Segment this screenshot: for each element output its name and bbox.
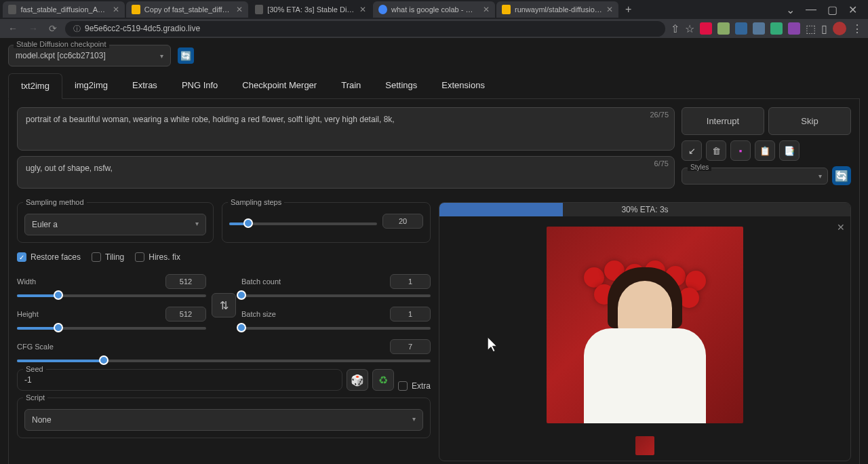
batch-count-slider[interactable] bbox=[241, 294, 431, 297]
tab-checkpoint-merger[interactable]: Checkpoint Merger bbox=[230, 73, 329, 98]
thumbnail[interactable] bbox=[635, 436, 654, 455]
progress-text: 30% ETA: 3s bbox=[621, 205, 668, 214]
apply-style-icon[interactable]: 📑 bbox=[779, 140, 800, 161]
tiling-checkbox[interactable]: Tiling bbox=[92, 252, 124, 262]
script-label: Script bbox=[23, 393, 47, 402]
hires-fix-checkbox[interactable]: Hires. fix bbox=[135, 252, 180, 262]
profile-avatar[interactable] bbox=[833, 22, 846, 35]
extensions-puzzle-icon[interactable]: ⬚ bbox=[806, 22, 816, 35]
chevron-down-icon: ▾ bbox=[412, 415, 416, 425]
forward-button[interactable]: → bbox=[26, 22, 41, 35]
arrow-icon[interactable]: ↙ bbox=[682, 140, 702, 161]
checkpoint-value: model.ckpt [cc6cb27103] bbox=[16, 51, 106, 60]
extension-icon[interactable] bbox=[735, 22, 747, 35]
sampling-method-label: Sampling method bbox=[23, 198, 87, 206]
batch-size-value[interactable]: 1 bbox=[390, 307, 431, 322]
close-icon[interactable]: ✕ bbox=[606, 5, 613, 14]
height-value[interactable]: 512 bbox=[165, 307, 206, 322]
batch-count-value[interactable]: 1 bbox=[390, 274, 431, 289]
tab-favicon bbox=[378, 5, 387, 14]
batch-size-slider[interactable] bbox=[241, 327, 431, 330]
script-select[interactable]: None ▾ bbox=[24, 409, 423, 431]
negative-prompt-input[interactable]: 6/75 ugly, out of shape, nsfw, bbox=[17, 156, 675, 189]
tab-title: [30% ETA: 3s] Stable Diffusion bbox=[267, 5, 355, 14]
maximize-icon[interactable]: ▢ bbox=[827, 3, 837, 16]
refresh-checkpoint-button[interactable]: 🔄 bbox=[178, 47, 194, 64]
url-input[interactable]: ⓘ 9e5e6cc2-c519-4dc5.gradio.live bbox=[65, 21, 665, 37]
browser-tab[interactable]: what is google colab - Googl✕ bbox=[373, 1, 495, 18]
share-icon[interactable]: ⇧ bbox=[671, 22, 679, 35]
skip-button[interactable]: Skip bbox=[768, 107, 851, 135]
extension-icon[interactable] bbox=[717, 22, 730, 35]
restore-faces-checkbox[interactable]: ✓Restore faces bbox=[17, 252, 81, 262]
refresh-styles-button[interactable]: 🔄 bbox=[832, 166, 851, 185]
output-image-area[interactable]: ✕ bbox=[439, 216, 850, 433]
extension-icon[interactable] bbox=[788, 22, 800, 35]
tab-favicon bbox=[502, 5, 511, 14]
extension-icon[interactable] bbox=[770, 22, 783, 35]
extension-icon[interactable] bbox=[753, 22, 765, 35]
browser-tab-active[interactable]: [30% ETA: 3s] Stable Diffusion✕ bbox=[250, 1, 372, 18]
back-button[interactable]: ← bbox=[5, 22, 20, 35]
tab-txt2img[interactable]: txt2img bbox=[8, 73, 62, 99]
width-slider[interactable] bbox=[17, 294, 206, 297]
sampling-steps-slider[interactable] bbox=[229, 223, 377, 225]
side-panel-icon[interactable]: ▯ bbox=[821, 22, 827, 35]
styles-select[interactable]: Styles ▾ bbox=[682, 168, 828, 185]
styles-label: Styles bbox=[688, 163, 711, 171]
close-icon[interactable]: ✕ bbox=[236, 5, 243, 14]
prompt-input[interactable]: 26/75 portrait of a beautiful woman, wea… bbox=[17, 107, 675, 151]
chevron-down-icon[interactable]: ⌄ bbox=[786, 3, 795, 16]
site-info-icon[interactable]: ⓘ bbox=[73, 24, 81, 34]
sampling-steps-label: Sampling steps bbox=[228, 198, 284, 206]
close-icon[interactable]: ✕ bbox=[113, 5, 119, 14]
batch-count-label: Batch count bbox=[241, 277, 281, 286]
bookmark-icon[interactable]: ☆ bbox=[685, 22, 694, 35]
browser-tab[interactable]: fast_stable_diffusion_AUTOM✕ bbox=[3, 1, 125, 18]
seed-label: Seed bbox=[23, 365, 46, 373]
tab-extras[interactable]: Extras bbox=[120, 73, 170, 98]
interrupt-button[interactable]: Interrupt bbox=[682, 107, 764, 135]
tab-train[interactable]: Train bbox=[329, 73, 373, 98]
chevron-down-icon: ▾ bbox=[160, 52, 163, 60]
close-icon[interactable]: ✕ bbox=[359, 5, 366, 14]
browser-tab-strip: fast_stable_diffusion_AUTOM✕ Copy of fas… bbox=[0, 0, 868, 19]
close-icon[interactable]: ✕ bbox=[483, 5, 490, 14]
tab-extensions[interactable]: Extensions bbox=[429, 73, 497, 98]
generated-image[interactable] bbox=[547, 227, 743, 423]
checkbox-icon: ✓ bbox=[17, 252, 26, 262]
sampling-method-select[interactable]: Euler a ▾ bbox=[24, 214, 206, 235]
seed-input[interactable]: -1 bbox=[24, 375, 335, 385]
extension-icon[interactable] bbox=[700, 22, 712, 35]
batch-size-label: Batch size bbox=[241, 310, 276, 318]
tab-settings[interactable]: Settings bbox=[373, 73, 429, 98]
prompt-text: portrait of a beautiful woman, wearing a… bbox=[26, 115, 395, 124]
more-icon[interactable]: ⋮ bbox=[852, 22, 863, 35]
height-slider[interactable] bbox=[17, 327, 206, 330]
close-icon[interactable]: ✕ bbox=[837, 222, 845, 233]
random-seed-button[interactable]: 🎲 bbox=[347, 369, 368, 391]
style-save-icon[interactable]: ▪ bbox=[730, 140, 751, 161]
clipboard-icon[interactable]: 📋 bbox=[755, 140, 775, 161]
script-value: None bbox=[32, 415, 52, 425]
swap-dimensions-button[interactable]: ⇅ bbox=[212, 293, 236, 317]
width-value[interactable]: 512 bbox=[165, 274, 206, 289]
minimize-icon[interactable]: — bbox=[806, 3, 816, 16]
browser-tab[interactable]: runwayml/stable-diffusion-v1✕ bbox=[496, 1, 618, 18]
cfg-scale-value[interactable]: 7 bbox=[390, 339, 431, 354]
extra-checkbox[interactable]: Extra bbox=[398, 381, 431, 391]
tab-png-info[interactable]: PNG Info bbox=[170, 73, 230, 98]
thumbnail-row bbox=[439, 433, 850, 461]
reload-button[interactable]: ⟳ bbox=[46, 22, 60, 35]
chevron-down-icon: ▾ bbox=[818, 172, 822, 180]
browser-tab[interactable]: Copy of fast_stable_diffusion✕ bbox=[126, 1, 248, 18]
tab-img2img[interactable]: img2img bbox=[62, 73, 120, 98]
sampling-steps-value[interactable]: 20 bbox=[382, 214, 423, 229]
close-window-icon[interactable]: ✕ bbox=[848, 3, 857, 16]
address-bar: ← → ⟳ ⓘ 9e5e6cc2-c519-4dc5.gradio.live ⇧… bbox=[0, 19, 868, 38]
cfg-scale-slider[interactable] bbox=[17, 360, 431, 362]
new-tab-button[interactable]: + bbox=[620, 3, 637, 16]
reuse-seed-button[interactable]: ♻ bbox=[372, 369, 394, 391]
trash-icon[interactable]: 🗑 bbox=[706, 140, 726, 161]
chevron-down-icon: ▾ bbox=[195, 220, 199, 229]
